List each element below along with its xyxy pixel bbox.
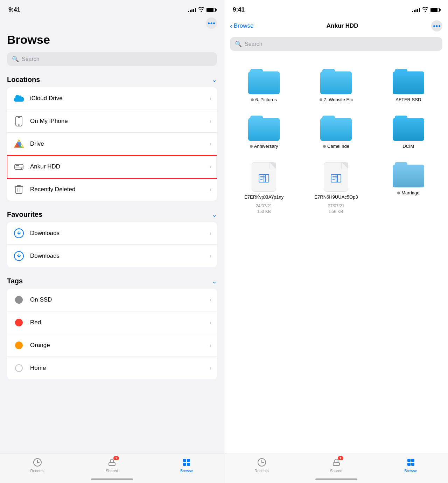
- tag-item-orange[interactable]: Orange ›: [7, 334, 217, 357]
- svg-point-2: [213, 22, 215, 24]
- tag-ssd-chevron-icon: ›: [210, 297, 211, 303]
- tags-chevron-icon[interactable]: ⌄: [212, 277, 217, 285]
- file-item-after-ssd[interactable]: AFTER SSD: [372, 63, 444, 110]
- right-search-bar[interactable]: 🔍 Search: [230, 37, 442, 51]
- svg-rect-18: [183, 463, 186, 466]
- left-tab-bar: Recents 1 Shared Browse: [0, 454, 224, 483]
- e7erk-meta: 24/07/21153 KB: [256, 203, 272, 215]
- right-status-icons: [412, 7, 440, 13]
- svg-rect-4: [18, 117, 20, 118]
- right-nav-title: Ankur HDD: [327, 22, 358, 29]
- tag-orange-label: Orange: [30, 342, 210, 349]
- folder-after-ssd-icon: [393, 69, 424, 94]
- svg-rect-30: [407, 459, 411, 462]
- svg-rect-31: [411, 459, 414, 462]
- tag-item-red[interactable]: Red ›: [7, 311, 217, 334]
- icloud-label: iCloud Drive: [30, 95, 210, 102]
- file-item-dcim[interactable]: DCIM: [372, 110, 444, 157]
- home-indicator-right: [315, 478, 357, 480]
- left-tab-shared-label: Shared: [106, 469, 118, 473]
- right-tab-browse-label: Browse: [404, 469, 417, 473]
- svg-rect-32: [407, 463, 411, 466]
- file-pictures-name-row: 6. Pictures: [251, 97, 276, 103]
- doc-e7erk-inner: [258, 172, 270, 185]
- tag-item-ssd[interactable]: On SSD ›: [7, 289, 217, 311]
- right-tab-browse[interactable]: Browse: [373, 457, 448, 473]
- back-chevron-icon: ‹: [230, 22, 232, 30]
- browse-title: Browse: [0, 33, 224, 52]
- file-item-e7erk[interactable]: E7ERKvpXIAYp1ny 24/07/21153 KB: [228, 157, 300, 222]
- left-search-bar[interactable]: 🔍 Search: [7, 52, 217, 66]
- svg-rect-23: [259, 174, 265, 182]
- icloud-icon: [13, 92, 25, 105]
- locations-item-ankur[interactable]: Ankur HDD ›: [7, 156, 217, 178]
- marriage-dot: [397, 192, 400, 194]
- shared-icon: 1: [107, 457, 117, 467]
- right-ellipsis-button[interactable]: [431, 20, 442, 32]
- svg-point-21: [436, 25, 438, 27]
- left-tab-recents[interactable]: Recents: [0, 457, 75, 473]
- right-recents-icon: [257, 457, 267, 467]
- file-grid: 6. Pictures 7. Website Etc: [224, 56, 448, 229]
- file-website-name-row: 7. Website Etc: [320, 97, 353, 103]
- tag-ssd-label: On SSD: [30, 296, 210, 303]
- file-item-website[interactable]: 7. Website Etc: [300, 63, 372, 110]
- left-tab-shared[interactable]: 1 Shared: [75, 457, 149, 473]
- marriage-name: Marriage: [401, 190, 419, 196]
- svg-rect-11: [16, 165, 19, 166]
- e7erk-name: E7ERKvpXIAYp1ny: [244, 194, 284, 200]
- locations-item-drive[interactable]: Drive ›: [7, 133, 217, 156]
- back-button[interactable]: ‹ Browse: [230, 22, 253, 30]
- file-item-marriage[interactable]: Marriage: [372, 157, 444, 222]
- website-name: 7. Website Etc: [324, 97, 353, 103]
- left-tab-recents-label: Recents: [30, 469, 44, 473]
- right-tab-shared[interactable]: 1 Shared: [299, 457, 373, 473]
- folder-website-icon: [320, 69, 352, 94]
- file-item-camel[interactable]: Camel ride: [300, 110, 372, 157]
- browse-icon: [182, 457, 191, 467]
- downloads2-chevron-icon: ›: [210, 253, 211, 259]
- favourites-item-downloads2[interactable]: Downloads ›: [7, 245, 217, 267]
- drive-icon: [13, 138, 25, 150]
- doc-e7erk-icon: [252, 162, 276, 192]
- locations-item-deleted[interactable]: Recently Deleted ›: [7, 178, 217, 201]
- hdd-icon: [13, 160, 25, 173]
- e7rn6-meta: 27/07/21556 KB: [328, 203, 344, 215]
- back-label: Browse: [234, 22, 254, 29]
- left-header: [0, 18, 224, 33]
- locations-list: iCloud Drive › On My iPhone ›: [7, 87, 217, 201]
- file-dcim-name-row: DCIM: [402, 144, 414, 150]
- favourites-item-downloads1[interactable]: Downloads ›: [7, 222, 217, 245]
- left-tab-browse[interactable]: Browse: [149, 457, 224, 473]
- tag-item-home[interactable]: Home ›: [7, 357, 217, 379]
- downloads1-label: Downloads: [30, 230, 210, 237]
- locations-chevron-icon[interactable]: ⌄: [212, 76, 217, 84]
- home-indicator-left: [91, 478, 133, 480]
- svg-rect-28: [333, 463, 340, 465]
- right-time: 9:41: [233, 6, 245, 13]
- svg-point-15: [110, 459, 114, 463]
- locations-title: Locations: [7, 76, 40, 84]
- favourites-title: Favourites: [7, 211, 42, 219]
- file-camel-name-row: Camel ride: [323, 144, 349, 150]
- file-item-anniversary[interactable]: Anniversary: [228, 110, 300, 157]
- after-ssd-name: AFTER SSD: [396, 97, 421, 103]
- folder-dcim-icon: [393, 116, 424, 141]
- file-item-e7rn6[interactable]: E7RN6H9UUAc5Op3 27/07/21556 KB: [300, 157, 372, 222]
- tag-red-icon: [13, 316, 25, 329]
- svg-point-0: [208, 22, 210, 24]
- left-time: 9:41: [8, 6, 20, 13]
- downloads2-label: Downloads: [30, 253, 210, 260]
- file-item-pictures[interactable]: 6. Pictures: [228, 63, 300, 110]
- ellipsis-button[interactable]: [206, 18, 217, 29]
- download2-icon: [13, 250, 25, 262]
- right-browse-icon: [406, 457, 416, 467]
- svg-rect-24: [264, 174, 269, 182]
- locations-item-iphone[interactable]: On My iPhone ›: [7, 110, 217, 133]
- locations-item-icloud[interactable]: iCloud Drive ›: [7, 87, 217, 110]
- iphone-chevron-icon: ›: [210, 118, 211, 124]
- favourites-chevron-icon[interactable]: ⌄: [212, 211, 217, 219]
- doc-e7rn6-icon: [324, 162, 348, 192]
- right-tab-recents[interactable]: Recents: [224, 457, 299, 473]
- trash-icon: [13, 183, 25, 196]
